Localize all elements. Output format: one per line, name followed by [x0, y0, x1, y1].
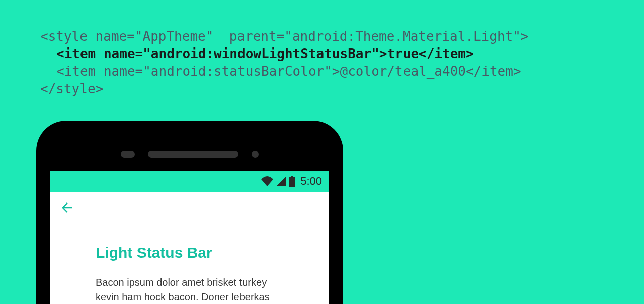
- back-arrow-icon[interactable]: [59, 200, 74, 215]
- sensor-oval: [121, 151, 135, 158]
- sensor-dot: [252, 151, 259, 158]
- phone-screen: 5:00 Light Status Bar Bacon ipsum dolor …: [50, 171, 329, 304]
- page-body-text: Bacon ipsum dolor amet brisket turkey ke…: [96, 275, 284, 304]
- earpiece: [148, 151, 238, 158]
- phone-top-sensors: [121, 151, 259, 158]
- battery-icon: [289, 176, 295, 187]
- wifi-icon: [261, 176, 273, 186]
- app-toolbar: [50, 192, 329, 223]
- xml-code-block: <style name="AppTheme" parent="android:T…: [0, 0, 644, 98]
- cellular-signal-icon: [276, 176, 286, 186]
- svg-rect-0: [291, 176, 293, 177]
- code-line-2-highlight: <item name="android:windowLightStatusBar…: [56, 46, 474, 61]
- status-bar-time: 5:00: [300, 175, 322, 188]
- android-status-bar: 5:00: [50, 171, 329, 192]
- page-heading: Light Status Bar: [96, 244, 284, 261]
- phone-mockup: 5:00 Light Status Bar Bacon ipsum dolor …: [36, 121, 343, 304]
- svg-rect-1: [289, 177, 295, 187]
- code-line-4: </style>: [40, 81, 103, 96]
- page-content: Light Status Bar Bacon ipsum dolor amet …: [50, 223, 329, 304]
- code-line-1: <style name="AppTheme" parent="android:T…: [40, 29, 529, 44]
- code-line-3: <item name="android:statusBarColor">@col…: [56, 64, 521, 79]
